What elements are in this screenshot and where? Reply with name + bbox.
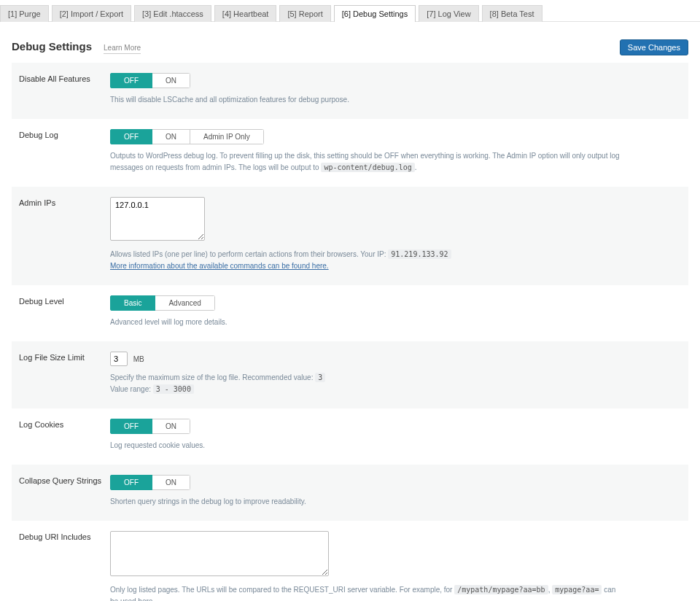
row-admin-ips: Admin IPs Allows listed IPs (one per lin… — [12, 187, 688, 285]
page-title: Debug Settings — [12, 40, 92, 53]
tab-debug-settings[interactable]: [6] Debug Settings — [334, 5, 416, 22]
desc-text: Value range: — [110, 385, 153, 393]
label-log-size: Log File Size Limit — [19, 352, 110, 395]
tab-report[interactable]: [5] Report — [279, 5, 330, 22]
desc-debug-level: Advanced level will log more details. — [110, 317, 621, 328]
row-disable-all: Disable All Features OFF ON This will di… — [12, 63, 688, 119]
toggle-off[interactable]: OFF — [110, 475, 152, 490]
desc-admin-ips: Allows listed IPs (one per line) to perf… — [110, 249, 621, 272]
toggle-on[interactable]: ON — [152, 475, 190, 490]
code-path: wp-content/debug.log — [321, 163, 414, 172]
uri-code: /mypath/mypage?aa=bb — [454, 585, 548, 594]
toggle-on[interactable]: ON — [152, 73, 190, 88]
uri-includes-textarea[interactable] — [110, 531, 329, 576]
toggle-on[interactable]: ON — [152, 419, 190, 434]
desc-collapse-qs: Shorten query strings in the debug log t… — [110, 496, 621, 508]
row-log-size: Log File Size Limit MB Specify the maxim… — [12, 341, 688, 408]
toggle-log-cookies: OFF ON — [110, 419, 190, 434]
label-debug-level: Debug Level — [19, 295, 110, 328]
tab-log-view[interactable]: [7] Log View — [419, 5, 478, 22]
log-size-input[interactable] — [110, 352, 128, 366]
desc-text: Allows listed IPs (one per line) to perf… — [110, 250, 388, 258]
learn-more-link[interactable]: Learn More — [104, 44, 141, 54]
your-ip-code: 91.219.133.92 — [388, 249, 451, 259]
toggle-debug-log: OFF ON Admin IP Only — [110, 129, 264, 144]
desc-disable-all: This will disable LSCache and all optimi… — [110, 94, 621, 106]
desc-log-size: Specify the maximum size of the log file… — [110, 372, 621, 395]
tab-bar: [1] Purge [2] Import / Export [3] Edit .… — [0, 0, 700, 22]
toggle-debug-level: Basic Advanced — [110, 295, 215, 311]
label-collapse-qs: Collapse Query Strings — [19, 475, 110, 508]
tab-beta-test[interactable]: [8] Beta Test — [482, 5, 542, 22]
toggle-off[interactable]: OFF — [110, 129, 152, 144]
label-debug-log: Debug Log — [19, 129, 110, 174]
toggle-off[interactable]: OFF — [110, 419, 152, 434]
tab-edit-htaccess[interactable]: [3] Edit .htaccess — [134, 5, 211, 22]
desc-text: . — [415, 163, 417, 171]
desc-debug-log: Outputs to WordPress debug log. To preve… — [110, 150, 621, 174]
admin-ips-more-link[interactable]: More information about the available com… — [110, 262, 329, 270]
toggle-basic[interactable]: Basic — [110, 295, 155, 311]
page-header: Debug Settings Learn More Save Changes — [12, 22, 688, 63]
uri-code: mypage?aa= — [552, 585, 602, 594]
row-debug-level: Debug Level Basic Advanced Advanced leve… — [12, 285, 688, 341]
label-log-cookies: Log Cookies — [19, 419, 110, 451]
toggle-advanced[interactable]: Advanced — [155, 295, 214, 311]
desc-uri-includes: Only log listed pages. The URLs will be … — [110, 584, 621, 601]
desc-log-cookies: Log requested cookie values. — [110, 440, 621, 451]
toggle-collapse-qs: OFF ON — [110, 475, 190, 490]
row-debug-log: Debug Log OFF ON Admin IP Only Outputs t… — [12, 119, 688, 187]
label-uri-includes: Debug URI Includes — [19, 531, 110, 601]
save-changes-button[interactable]: Save Changes — [620, 39, 688, 55]
tab-purge[interactable]: [1] Purge — [0, 5, 49, 22]
log-size-unit: MB — [133, 355, 144, 363]
desc-text: Specify the maximum size of the log file… — [110, 373, 315, 381]
row-log-cookies: Log Cookies OFF ON Log requested cookie … — [12, 408, 688, 465]
label-admin-ips: Admin IPs — [19, 197, 110, 272]
row-collapse-qs: Collapse Query Strings OFF ON Shorten qu… — [12, 465, 688, 521]
toggle-disable-all: OFF ON — [110, 73, 190, 88]
range-code: 3 - 3000 — [153, 384, 194, 394]
admin-ips-textarea[interactable] — [110, 197, 205, 241]
rec-value-code: 3 — [315, 373, 325, 382]
toggle-admin-ip-only[interactable]: Admin IP Only — [190, 129, 264, 144]
tab-heartbeat[interactable]: [4] Heartbeat — [214, 5, 277, 22]
row-uri-includes: Debug URI Includes Only log listed pages… — [12, 521, 688, 601]
tab-import-export[interactable]: [2] Import / Export — [52, 5, 131, 22]
label-disable-all: Disable All Features — [19, 73, 110, 106]
toggle-on[interactable]: ON — [152, 129, 190, 144]
desc-text: Only log listed pages. The URLs will be … — [110, 586, 454, 594]
toggle-off[interactable]: OFF — [110, 73, 152, 88]
